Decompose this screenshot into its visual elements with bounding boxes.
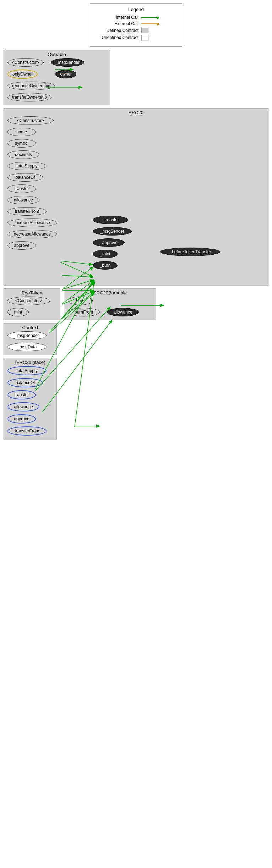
diagram-area: Ownable <Constructor> _msgSender onlyOwn… [4, 50, 268, 442]
erc20burnable-contract: ERC20Burnable burn burnFrom allowance [64, 288, 156, 320]
legend-label-internal: Internal Call [96, 15, 138, 20]
i-balanceof-node[interactable]: balanceOf [7, 378, 43, 387]
ctx-msgsender-node[interactable]: _msgSender [7, 331, 47, 340]
context-title: Context [22, 325, 38, 330]
external-call-icon [141, 22, 159, 26]
ownable-constructor-node[interactable]: <Constructor> [7, 58, 44, 67]
erc20-symbol-node[interactable]: symbol [7, 139, 36, 148]
ego-mint-node[interactable]: mint [7, 308, 29, 316]
ownable-contract: Ownable <Constructor> _msgSender onlyOwn… [4, 50, 110, 105]
ierc20-contract: IERC20 (iface) totalSupply balanceOf tra… [4, 358, 57, 439]
i-totalsupply-node[interactable]: totalSupply [7, 366, 47, 375]
erc20-name-node[interactable]: name [7, 128, 36, 136]
ownable-msgsender-node[interactable]: _msgSender [51, 58, 84, 67]
legend-label-external: External Call [96, 21, 138, 26]
defined-contract-icon [141, 28, 148, 33]
erc20-increase-node[interactable]: increaseAllowance [7, 219, 57, 227]
erc20-approve-node[interactable]: approve [7, 241, 36, 250]
erc20-ptransfer-node[interactable]: _transfer [93, 216, 128, 224]
undefined-contract-icon [141, 35, 148, 40]
erc20-constructor-node[interactable]: <Constructor> [7, 116, 54, 125]
ctx-msgdata-node[interactable]: _msgData [7, 343, 47, 351]
i-approve-node[interactable]: approve [7, 414, 36, 424]
i-transfer-node[interactable]: transfer [7, 390, 36, 399]
page-container: Legend Internal Call External Call Defin… [0, 0, 272, 446]
erc20-title: ERC20 [129, 110, 143, 115]
burn-burnfrom-node[interactable]: burnFrom [68, 308, 100, 316]
legend-row-internal: Internal Call [96, 15, 176, 20]
legend-title: Legend [96, 7, 176, 12]
legend-box: Legend Internal Call External Call Defin… [90, 4, 182, 46]
erc20-beforetoken-node[interactable]: _beforeTokenTransfer [160, 248, 221, 256]
erc20-allowance-node[interactable]: allowance [7, 196, 39, 204]
burnable-title: ERC20Burnable [93, 290, 127, 295]
ownable-onlyowner-node[interactable]: onlyOwner [7, 70, 38, 79]
i-allowance-node[interactable]: allowance [7, 402, 39, 411]
erc20-pmsgsender-node[interactable]: _msgSender [93, 227, 132, 236]
ownable-owner-node[interactable]: owner [55, 70, 76, 78]
ownable-renounce-node[interactable]: renounceOwnership [7, 82, 55, 90]
erc20-balanceof-node[interactable]: balanceOf [7, 173, 43, 182]
legend-row-external: External Call [96, 21, 176, 26]
erc20-pburn-node[interactable]: _burn [93, 261, 118, 270]
ownable-title: Ownable [48, 52, 66, 57]
ego-constructor-node[interactable]: <Constructor> [7, 297, 50, 305]
erc20-decimals-node[interactable]: decimals [7, 150, 39, 159]
erc20-transfer-node[interactable]: transfer [7, 184, 36, 193]
erc20-decrease-node[interactable]: decreaseAllowance [7, 230, 57, 238]
burn-burn-node[interactable]: burn [68, 297, 93, 305]
erc20-papprove-node[interactable]: _approve [93, 238, 125, 247]
erc20-pmint-node[interactable]: _mint [93, 250, 118, 258]
erc20-contract: ERC20 <Constructor> name symbol decimals… [4, 108, 268, 286]
ownable-transfer-node[interactable]: transferOwnership [7, 93, 51, 101]
context-contract: Context _msgSender _msgData [4, 323, 57, 355]
burn-allowance-node[interactable]: allowance [107, 308, 139, 316]
legend-row-defined: Defined Contract [96, 28, 176, 33]
legend-label-undefined: Undefined Contract [96, 35, 138, 40]
i-transferfrom-node[interactable]: transferFrom [7, 426, 47, 436]
ierc20-title: IERC20 (iface) [15, 360, 45, 365]
erc20-transferfrom-node[interactable]: transferFrom [7, 207, 47, 216]
legend-row-undefined: Undefined Contract [96, 35, 176, 40]
egotoken-contract: EgoToken <Constructor> mint [4, 288, 60, 320]
erc20-totalsupply-node[interactable]: totalSupply [7, 162, 47, 170]
internal-call-icon [141, 15, 159, 20]
legend-label-defined: Defined Contract [96, 28, 138, 33]
egotoken-title: EgoToken [22, 290, 42, 295]
